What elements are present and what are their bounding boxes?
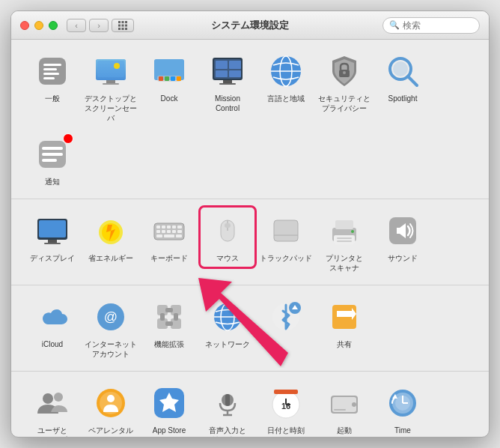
startup-icon-wrapper: [325, 384, 364, 423]
grid-item-datetime[interactable]: 16 日付と時刻: [257, 378, 315, 437]
mission-icon-wrapper: [208, 52, 247, 91]
sharing-icon: [326, 299, 362, 335]
grid-item-language[interactable]: 言語と地域: [257, 46, 315, 109]
network-icon-wrapper: [208, 297, 247, 336]
datetime-icon-wrapper: 16: [266, 384, 305, 423]
keyboard-icon: [151, 213, 187, 249]
network-icon: [210, 299, 246, 335]
grid-item-mouse[interactable]: マウス: [198, 205, 257, 269]
search-box[interactable]: 🔍: [382, 17, 480, 34]
grid-item-parental[interactable]: ペアレンタルコントロール: [82, 378, 140, 437]
svg-rect-72: [274, 220, 298, 241]
grid-item-general[interactable]: 一般: [23, 46, 82, 109]
svg-rect-9: [39, 58, 66, 85]
printer-icon: [326, 213, 362, 249]
printer-icon-wrapper: [325, 211, 364, 250]
svg-rect-63: [172, 230, 176, 233]
close-button[interactable]: [20, 21, 29, 30]
grid-item-sharing[interactable]: 共有: [315, 291, 374, 355]
grid-item-notifications[interactable]: 通知: [23, 129, 82, 193]
dictation-icon: [210, 385, 246, 421]
energy-icon-wrapper: [91, 211, 130, 250]
mission-label: MissionControl: [215, 94, 240, 113]
energy-icon: [93, 213, 129, 249]
svg-rect-29: [216, 61, 228, 69]
back-button[interactable]: ‹: [67, 19, 86, 32]
maximize-button[interactable]: [49, 21, 58, 30]
security-icon-wrapper: [325, 52, 364, 91]
section-hardware: ディスプレイ 省エネルギー: [11, 199, 489, 285]
trackpad-icon: [268, 213, 304, 249]
grid-item-printer[interactable]: プリンタとスキャナ: [315, 205, 374, 279]
svg-rect-67: [176, 234, 182, 237]
forward-button[interactable]: ›: [89, 19, 109, 32]
svg-rect-71: [225, 223, 231, 228]
notifications-icon-wrapper: [33, 135, 72, 174]
grid-item-appstore[interactable]: App Store: [140, 378, 198, 437]
grid-item-internet[interactable]: @ インターネットアカウント: [82, 291, 140, 365]
grid-item-timemachine[interactable]: TimeMachine: [374, 378, 432, 437]
grid-item-startup[interactable]: 起動ディスク: [315, 378, 374, 437]
svg-rect-46: [42, 159, 57, 162]
displays-label: ディスプレイ: [30, 253, 75, 263]
general-icon-wrapper: [33, 52, 72, 91]
section-personal: 一般: [11, 40, 489, 199]
grid-item-network[interactable]: ネットワーク: [198, 291, 257, 355]
svg-rect-65: [156, 234, 162, 237]
grid-item-sound[interactable]: サウンド: [374, 205, 432, 269]
svg-rect-55: [156, 225, 160, 228]
grid-item-trackpad[interactable]: トラックパッド: [257, 205, 315, 269]
svg-rect-2: [125, 21, 127, 23]
grid-item-bluetooth[interactable]: [257, 291, 315, 345]
svg-rect-17: [103, 83, 119, 85]
spotlight-label: Spotlight: [388, 94, 418, 103]
general-icon: [34, 53, 70, 89]
grid-item-mission[interactable]: MissionControl: [198, 46, 257, 119]
svg-rect-64: [177, 230, 182, 233]
icloud-label: iCloud: [42, 339, 63, 349]
svg-rect-88: [165, 308, 173, 312]
grid-item-dictation[interactable]: 音声入力と読み上げ: [198, 378, 257, 437]
svg-rect-12: [43, 73, 59, 75]
startup-icon: [326, 385, 362, 421]
printer-label: プリンタとスキャナ: [326, 253, 363, 273]
mouse-icon: [210, 213, 246, 249]
dictation-icon-wrapper: [208, 384, 247, 423]
grid-item-keyboard[interactable]: キーボード: [140, 205, 198, 269]
grid-item-desktop[interactable]: デスクトップとスクリーンセーバ: [82, 46, 140, 129]
sharing-icon-wrapper: [325, 297, 364, 336]
grid-item-dock[interactable]: Dock: [140, 46, 198, 109]
svg-point-117: [352, 402, 356, 407]
grid-item-spotlight[interactable]: Spotlight: [374, 46, 432, 109]
grid-item-energy[interactable]: 省エネルギー: [82, 205, 140, 269]
mouse-label: マウス: [216, 253, 239, 263]
extensions-label: 機能拡張: [154, 339, 184, 349]
dock-icon: [151, 53, 187, 89]
grid-item-extensions[interactable]: 機能拡張: [140, 291, 198, 355]
grid-item-icloud[interactable]: iCloud: [23, 291, 82, 355]
desktop-icon: [93, 53, 129, 89]
security-icon: [326, 53, 362, 89]
internet-label: インターネットアカウント: [85, 339, 137, 359]
extensions-icon: [151, 299, 187, 335]
dock-icon-wrapper: [150, 52, 189, 91]
svg-point-100: [43, 393, 53, 404]
users-icon-wrapper: [33, 384, 72, 423]
titlebar: ‹ › システム環境設定 🔍: [11, 11, 489, 40]
bluetooth-icon: [268, 299, 304, 335]
grid-item-displays[interactable]: ディスプレイ: [23, 205, 82, 269]
icloud-icon-wrapper: [33, 297, 72, 336]
grid-button[interactable]: [112, 19, 134, 32]
search-icon: 🔍: [389, 20, 400, 30]
spotlight-icon: [385, 53, 421, 89]
svg-rect-7: [122, 28, 124, 30]
sharing-label: 共有: [337, 339, 352, 349]
svg-rect-24: [165, 76, 169, 81]
grid-item-users[interactable]: ユーザとグループ: [23, 378, 82, 437]
grid-item-security[interactable]: セキュリティとプライバシー: [315, 46, 374, 119]
mouse-icon-wrapper: [208, 211, 247, 250]
section-internet: iCloud @ インターネットアカウント: [11, 285, 489, 372]
search-input[interactable]: [403, 20, 473, 31]
minimize-button[interactable]: [34, 21, 43, 30]
svg-rect-49: [48, 240, 57, 243]
